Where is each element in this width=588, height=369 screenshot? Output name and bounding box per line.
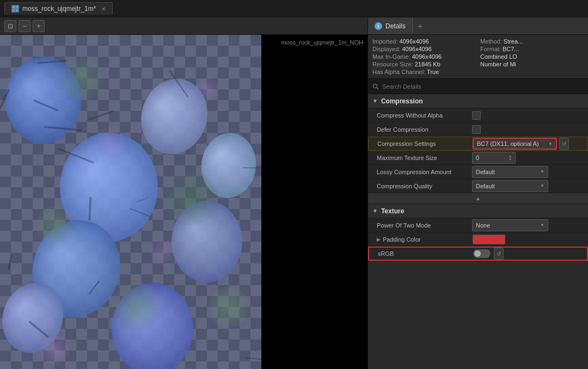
srgb-toggle[interactable]: [473, 249, 491, 258]
texture-section-title: Texture: [381, 207, 404, 215]
srgb-reset-button[interactable]: ↺: [494, 248, 504, 260]
compression-quality-arrow: ▼: [540, 183, 544, 188]
compression-quality-value: Default ▼: [472, 180, 588, 192]
compression-section-title: Compression: [381, 97, 423, 105]
texture-filename-label: moss_rock_ujqmejtr_1m_NOH: [281, 39, 363, 46]
details-panel: i Details + Imported: 4096x4096 Method: …: [367, 17, 588, 369]
compression-settings-label: Compression Settings: [377, 140, 473, 147]
svg-rect-1: [13, 6, 15, 8]
close-icon[interactable]: ✕: [101, 6, 106, 12]
title-tab[interactable]: moss_rock_ujqmejtr_1m* ✕: [4, 2, 113, 15]
max-texture-size-label: Maximum Texture Size: [377, 155, 472, 161]
title-tab-label: moss_rock_ujqmejtr_1m*: [22, 5, 96, 13]
padding-color-value: [473, 235, 588, 244]
padding-color-row: ▶ Padding Color: [368, 232, 588, 247]
srgb-toggle-knob: [474, 250, 481, 257]
black-panel: moss_rock_ujqmejtr_1m_NOH: [261, 35, 367, 369]
power-of-two-mode-row: Power Of Two Mode None ▼: [368, 218, 588, 232]
power-of-two-mode-arrow: ▼: [540, 223, 544, 227]
search-icon: [372, 83, 379, 90]
add-tab-button[interactable]: +: [415, 21, 426, 32]
compression-settings-reset-button[interactable]: ↺: [559, 138, 569, 150]
lossy-compression-amount-value: Default ▼: [472, 166, 588, 178]
compression-quality-dropdown[interactable]: Default ▼: [472, 180, 548, 192]
defer-compression-checkbox[interactable]: [472, 125, 481, 134]
padding-color-expand[interactable]: ▶: [377, 237, 381, 242]
power-of-two-mode-dropdown[interactable]: None ▼: [472, 219, 548, 231]
lossy-compression-amount-arrow: ▼: [540, 169, 544, 174]
lossy-compression-amount-row: Lossy Compression Amount Default ▼: [368, 165, 588, 179]
info-alpha: Has Alpha Channel: True: [372, 69, 476, 75]
details-tab[interactable]: i Details: [368, 17, 413, 34]
info-imported: Imported: 4096x4096: [372, 38, 476, 45]
compress-without-alpha-row: Compress Without Alpha: [368, 108, 588, 122]
details-header: i Details +: [368, 17, 588, 35]
properties-scroll[interactable]: ▼ Compression Compress Without Alpha Def…: [368, 94, 588, 369]
srgb-value: ↺: [473, 248, 587, 260]
compression-settings-dropdown[interactable]: BC7 (DX11, optional A) ▼: [473, 138, 557, 150]
compress-without-alpha-label: Compress Without Alpha: [377, 112, 472, 119]
srgb-label: sRGB: [378, 250, 473, 257]
svg-rect-2: [16, 6, 18, 8]
compression-settings-text: BC7 (DX11, optional A): [477, 140, 539, 147]
max-texture-size-input[interactable]: 0 ▲ ▼: [472, 152, 516, 164]
defer-compression-row: Defer Compression: [368, 122, 588, 137]
power-of-two-mode-value: None ▼: [472, 219, 588, 231]
info-combinedlo: Combined LO: [480, 53, 584, 60]
compression-collapse-arrow: ▼: [372, 98, 378, 104]
info-icon: i: [375, 22, 382, 30]
max-texture-size-number: 0: [476, 155, 479, 161]
search-input[interactable]: [382, 83, 584, 90]
compression-section-header[interactable]: ▼ Compression: [368, 94, 588, 108]
info-resourcesize: Resource Size: 21845 Kb: [372, 61, 476, 67]
zoom-in-button[interactable]: +: [33, 20, 45, 32]
texture-icon: [11, 5, 19, 13]
info-empty: [480, 69, 584, 75]
compression-quality-label: Compression Quality: [377, 183, 472, 189]
scroll-up-icon: ▲: [475, 195, 481, 201]
zoom-out-button[interactable]: −: [19, 20, 30, 32]
info-grid: Imported: 4096x4096 Method: Strea... Dis…: [368, 35, 588, 79]
compression-quality-text: Default: [476, 183, 495, 189]
info-mips: Number of Mi: [480, 61, 584, 67]
info-format: Format: BC7...: [480, 46, 584, 52]
texture-collapse-arrow: ▼: [372, 208, 378, 214]
lossy-compression-amount-text: Default: [476, 169, 495, 175]
fit-button[interactable]: ⊡: [4, 20, 16, 32]
compress-without-alpha-checkbox[interactable]: [472, 111, 481, 120]
srgb-row: sRGB ↺: [368, 247, 588, 261]
details-tab-label: Details: [385, 22, 406, 30]
compression-quality-row: Compression Quality Default ▼: [368, 179, 588, 193]
lossy-compression-amount-label: Lossy Compression Amount: [377, 169, 472, 175]
info-displayed: Displayed: 4096x4096: [372, 46, 476, 52]
power-of-two-mode-label: Power Of Two Mode: [377, 222, 472, 229]
defer-compression-value: [472, 125, 588, 134]
svg-point-5: [373, 84, 377, 88]
viewer-toolbar: ⊡ − +: [0, 17, 367, 35]
normal-map-canvas: [0, 35, 261, 369]
texture-viewport: moss_rock_ujqmejtr_1m_NOH: [0, 35, 367, 369]
lossy-compression-amount-dropdown[interactable]: Default ▼: [472, 166, 548, 178]
power-of-two-mode-text: None: [476, 222, 490, 229]
compression-settings-arrow: ▼: [548, 142, 553, 146]
compress-without-alpha-value: [472, 111, 588, 120]
info-maxingame: Max In-Game: 4096x4096: [372, 53, 476, 60]
max-texture-size-row: Maximum Texture Size 0 ▲ ▼: [368, 151, 588, 165]
main-area: ⊡ − + moss_rock_ujqmejtr_1m_NOH i Detail…: [0, 17, 588, 369]
compression-settings-row: Compression Settings BC7 (DX11, optional…: [368, 137, 588, 151]
number-arrows: ▲ ▼: [509, 155, 512, 161]
texture-panel: ⊡ − + moss_rock_ujqmejtr_1m_NOH: [0, 17, 367, 369]
svg-rect-3: [13, 9, 15, 11]
svg-line-6: [377, 88, 378, 89]
arrow-down: ▼: [509, 158, 512, 161]
texture-section-header[interactable]: ▼ Texture: [368, 204, 588, 218]
scroll-up-button[interactable]: ▲: [368, 193, 588, 204]
compression-settings-value: BC7 (DX11, optional A) ▼ ↺: [473, 138, 587, 150]
padding-color-swatch[interactable]: [473, 235, 505, 244]
info-method: Method: Strea...: [480, 38, 584, 45]
defer-compression-label: Defer Compression: [377, 126, 472, 133]
padding-color-label: Padding Color: [383, 236, 473, 243]
title-bar: moss_rock_ujqmejtr_1m* ✕: [0, 0, 588, 17]
max-texture-size-value: 0 ▲ ▼: [472, 152, 588, 164]
search-bar: [368, 79, 588, 94]
